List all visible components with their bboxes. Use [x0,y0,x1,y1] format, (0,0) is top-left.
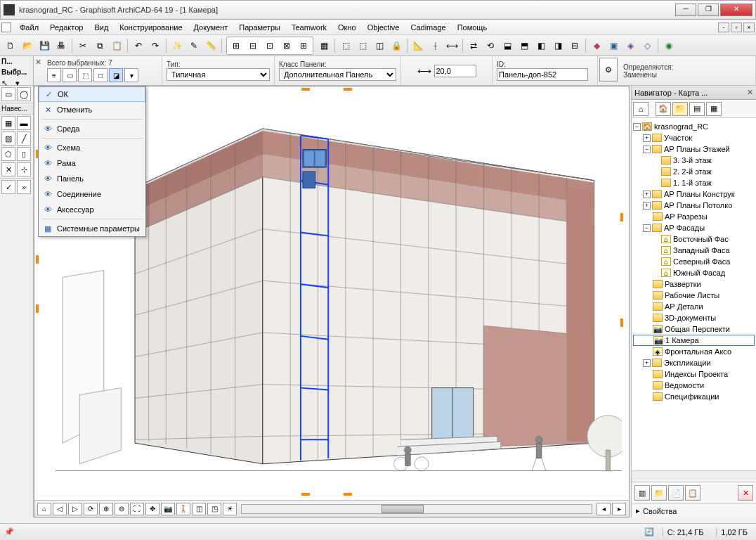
scroll-left-icon[interactable]: ◂ [597,503,611,515]
zoom-in-icon[interactable]: ⊕ [99,503,113,515]
perspective-icon[interactable]: ◫ [192,503,206,515]
rotate-icon[interactable]: ⟲ [483,38,498,53]
menu-window[interactable]: Окно [332,22,362,33]
ctx-ok[interactable]: ✓ОК [39,86,145,102]
print-icon[interactable]: 🖶 [53,38,69,53]
menu-view[interactable]: Вид [89,22,114,33]
horizontal-scrollbar[interactable] [241,504,592,514]
new-icon[interactable]: 🗋 [3,38,18,53]
ctx-joint[interactable]: 👁Соединение [39,186,145,202]
help-icon[interactable]: ◉ [661,38,677,53]
redo-icon[interactable]: ↷ [148,38,163,53]
maximize-button[interactable]: ❐ [698,4,719,16]
scroll-right-icon[interactable]: ▸ [612,503,626,515]
nav-tab-home-icon[interactable]: 🏠 [656,102,671,116]
navigator-scrollbar[interactable] [632,470,756,482]
wand-icon[interactable]: ✨ [169,38,185,53]
nav-tab-views-icon[interactable]: 📁 [672,102,688,116]
menu-teamwork[interactable]: Teamwork [286,22,332,33]
doc-menu-icon[interactable] [1,22,11,32]
menu-design[interactable]: Конструирование [114,22,188,33]
status-pin-icon[interactable]: 📌 [4,527,14,536]
sun-icon[interactable]: ☀ [223,503,237,515]
frame-tool[interactable]: ▯ [17,147,31,161]
align-t-icon[interactable]: ⬓ [500,38,515,53]
infobar-close-icon[interactable]: ✕ [34,56,43,85]
ctx-system-params[interactable]: ▦Системные параметры [39,221,145,236]
ctx-accessory[interactable]: 👁Аксессуар [39,202,145,217]
close-button[interactable]: ✕ [720,4,752,16]
walk-icon[interactable]: 🚶 [176,503,190,515]
pan-icon[interactable]: ✥ [145,503,159,515]
mdi-close-button[interactable]: × [743,22,755,32]
cut-icon[interactable]: ✂ [75,38,91,53]
sel-mode2-icon[interactable]: ▭ [63,68,77,82]
type-select[interactable]: Типичная [167,68,270,81]
menu-file[interactable]: Файл [14,22,44,33]
id-input[interactable] [497,68,588,81]
hatch-tool[interactable]: ▨ [1,131,15,146]
offset-input[interactable] [434,65,476,77]
camera-icon[interactable]: 📷 [161,503,175,515]
eyedropper-icon[interactable]: ✎ [186,38,202,53]
distribute-icon[interactable]: ⊟ [567,38,582,53]
navigator-close-icon[interactable]: ✕ [747,88,753,97]
nav-btn4-icon[interactable]: 📋 [685,485,700,501]
copy-icon[interactable]: ⧉ [92,38,107,53]
tool-c-icon[interactable]: ◈ [623,38,638,53]
ruler2-icon[interactable]: ⟊ [427,38,443,53]
snap5-icon[interactable]: ⊞ [295,38,312,53]
sel-dropdown-icon[interactable]: ▾ [124,68,138,82]
status-sync-icon[interactable]: 🔄 [644,527,654,536]
ctx-cancel[interactable]: ✕Отменить [39,102,145,117]
nav-home-icon[interactable]: ⌂ [37,503,51,515]
mdi-restore-button[interactable]: ▫ [731,22,742,32]
minimize-button[interactable]: ─ [675,4,696,16]
menu-edit[interactable]: Редактор [44,22,89,33]
chevron-tool[interactable]: » [17,180,31,194]
zoom-fit-icon[interactable]: ⛶ [130,503,144,515]
circle-marquee-tool[interactable]: ◯ [17,87,31,101]
sel-mode3-icon[interactable]: ⬚ [78,68,92,82]
ctx-frame[interactable]: 👁Рама [39,155,145,171]
snap3-icon[interactable]: ⊡ [261,38,278,53]
group2-icon[interactable]: ⬚ [355,38,370,53]
grid-tool[interactable]: ▦ [1,116,15,130]
sel-mode5-icon[interactable]: ◪ [109,68,123,82]
snap4-icon[interactable]: ⊠ [278,38,295,53]
navigator-tree[interactable]: −🏠krasnograd_RC +Участок −АР Планы Этаже… [632,118,756,470]
expand-props-icon[interactable]: ▸ [636,506,640,515]
nav-orbit-icon[interactable]: ⟳ [84,503,98,515]
zoom-out-icon[interactable]: ⊖ [115,503,129,515]
menu-document[interactable]: Документ [188,22,234,33]
tool-b-icon[interactable]: ▣ [606,38,621,53]
sel-mode1-icon[interactable]: ≡ [47,68,61,82]
sel-mode4-icon[interactable]: □ [93,68,107,82]
nav-btn3-icon[interactable]: 📄 [668,485,684,501]
measure-icon[interactable]: 📐 [410,38,426,53]
menu-options[interactable]: Параметры [233,22,286,33]
menu-cadimage[interactable]: Cadimage [405,22,451,33]
snap1-icon[interactable]: ⊞ [228,38,245,53]
undo-icon[interactable]: ↶ [131,38,146,53]
handle-tool[interactable]: ⊹ [17,162,31,176]
ungroup-icon[interactable]: ◫ [372,38,387,53]
poly-tool[interactable]: ⬠ [1,147,15,161]
nav-btn2-icon[interactable]: 📁 [651,485,667,501]
lock-icon[interactable]: 🔒 [389,38,404,53]
mdi-minimize-button[interactable]: - [718,22,729,32]
nav-next-icon[interactable]: ▷ [68,503,82,515]
menu-help[interactable]: Помощь [452,22,493,33]
ctx-scheme[interactable]: 👁Схема [39,140,145,155]
ctx-environment[interactable]: 👁Среда [39,121,145,136]
wall-tool[interactable]: ▬ [17,116,31,130]
cross-tool[interactable]: ✕ [1,162,15,176]
nav-delete-icon[interactable]: ✕ [738,485,753,501]
line-tool[interactable]: ╱ [17,131,31,146]
dim-icon[interactable]: ⟷ [444,38,460,53]
nav-btn1-icon[interactable]: ▥ [634,485,650,501]
menu-objective[interactable]: Objective [362,22,405,33]
nav-prev-icon[interactable]: ◁ [53,503,67,515]
nav-tab-project-icon[interactable]: ⌂ [633,102,649,116]
settings-button[interactable]: ⚙ [599,58,618,82]
